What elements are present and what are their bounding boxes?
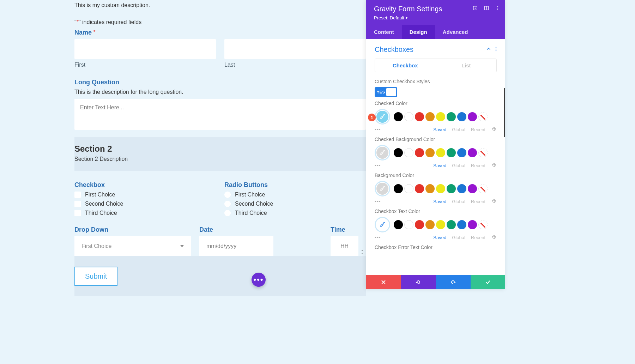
color-swatch-green[interactable]	[447, 220, 456, 229]
recent-tab[interactable]: Recent	[471, 127, 485, 132]
color-swatch-none[interactable]	[478, 220, 488, 229]
more-swatches-button[interactable]: •••	[375, 235, 381, 240]
color-swatch-red[interactable]	[415, 148, 424, 157]
date-input[interactable]: mm/dd/yyyy	[199, 236, 273, 256]
error-text-color-label: Checkbox Error Text Color	[375, 244, 497, 250]
redo-button[interactable]	[436, 275, 471, 289]
saved-tab[interactable]: Saved	[433, 163, 446, 168]
preset-selector[interactable]: Preset: Default▾	[374, 15, 497, 20]
cancel-button[interactable]	[366, 275, 401, 289]
tab-advanced[interactable]: Advanced	[435, 25, 476, 39]
color-swatch-orange[interactable]	[425, 184, 435, 193]
color-swatch-purple[interactable]	[468, 220, 477, 229]
eyedropper-icon	[380, 185, 385, 192]
more-swatches-button[interactable]: •••	[375, 199, 381, 204]
color-swatch-yellow[interactable]	[436, 184, 445, 193]
color-picker-button[interactable]: 1	[375, 109, 390, 125]
color-swatch-red[interactable]	[415, 112, 424, 121]
fullscreen-icon[interactable]	[473, 6, 478, 11]
radio-choice[interactable]: First Choice	[224, 192, 366, 198]
more-swatches-button[interactable]: •••	[375, 163, 381, 168]
submit-button[interactable]: Submit	[74, 267, 117, 286]
recent-tab[interactable]: Recent	[471, 235, 485, 240]
kebab-icon[interactable]	[495, 47, 497, 53]
color-swatch-none[interactable]	[478, 148, 488, 157]
recent-tab[interactable]: Recent	[471, 163, 485, 168]
color-swatch-green[interactable]	[447, 148, 456, 157]
color-swatch-red[interactable]	[415, 184, 424, 193]
global-tab[interactable]: Global	[452, 199, 465, 204]
color-swatch-green[interactable]	[447, 112, 456, 121]
color-picker-button[interactable]	[375, 145, 390, 160]
scrollbar-thumb[interactable]	[504, 88, 505, 137]
color-swatch-black[interactable]	[394, 112, 403, 121]
color-swatch-blue[interactable]	[457, 184, 466, 193]
last-name-input[interactable]	[224, 39, 366, 59]
gear-icon[interactable]	[491, 199, 496, 204]
dropdown-label: Drop Down	[74, 226, 191, 233]
eyedropper-icon	[380, 221, 385, 228]
undo-button[interactable]	[401, 275, 436, 289]
saved-tab[interactable]: Saved	[433, 127, 446, 132]
section-checkboxes-title[interactable]: Checkboxes	[375, 46, 413, 54]
color-swatch-blue[interactable]	[457, 112, 466, 121]
color-picker-button[interactable]	[375, 217, 390, 232]
collapse-icon[interactable]	[486, 47, 491, 53]
chevron-down-icon	[180, 245, 184, 247]
radio-choice[interactable]: Second Choice	[224, 201, 366, 207]
bg-color-label: Background Color	[375, 172, 497, 178]
color-swatch-yellow[interactable]	[436, 220, 445, 229]
first-name-input[interactable]	[74, 39, 216, 59]
color-swatch-green[interactable]	[447, 184, 456, 193]
custom-styles-toggle[interactable]: YES	[375, 87, 397, 97]
recent-tab[interactable]: Recent	[471, 199, 485, 204]
checkbox-choice[interactable]: First Choice	[74, 192, 216, 198]
gear-icon[interactable]	[491, 127, 496, 132]
saved-tab[interactable]: Saved	[433, 199, 446, 204]
long-question-desc: This is the description for the long que…	[74, 89, 366, 95]
save-button[interactable]	[471, 275, 506, 289]
color-swatch-blue[interactable]	[457, 220, 466, 229]
color-swatch-white[interactable]	[404, 148, 413, 157]
tab-design[interactable]: Design	[402, 25, 435, 39]
more-options-fab[interactable]: •••	[252, 273, 266, 287]
color-swatch-none[interactable]	[478, 184, 488, 193]
color-swatch-blue[interactable]	[457, 148, 466, 157]
checkbox-choice[interactable]: Second Choice	[74, 201, 216, 207]
global-tab[interactable]: Global	[452, 235, 465, 240]
subtab-list[interactable]: List	[436, 59, 497, 72]
global-tab[interactable]: Global	[452, 163, 465, 168]
dock-icon[interactable]	[484, 6, 489, 11]
gear-icon[interactable]	[491, 235, 496, 240]
subtab-checkbox[interactable]: Checkbox	[375, 59, 436, 72]
color-swatch-black[interactable]	[394, 184, 403, 193]
color-swatch-purple[interactable]	[468, 112, 477, 121]
color-swatch-red[interactable]	[415, 220, 424, 229]
global-tab[interactable]: Global	[452, 127, 465, 132]
color-swatch-black[interactable]	[394, 220, 403, 229]
color-swatch-white[interactable]	[404, 220, 413, 229]
time-hh-input[interactable]: HH	[331, 236, 358, 256]
saved-tab[interactable]: Saved	[433, 235, 446, 240]
color-swatch-orange[interactable]	[425, 148, 435, 157]
color-swatch-black[interactable]	[394, 148, 403, 157]
dropdown-select[interactable]: First Choice	[74, 236, 191, 256]
tab-content[interactable]: Content	[366, 25, 402, 39]
color-swatch-orange[interactable]	[425, 220, 435, 229]
checkbox-choice[interactable]: Third Choice	[74, 210, 216, 216]
color-swatch-white[interactable]	[404, 112, 413, 121]
form-description: This is my custom description.	[74, 2, 366, 8]
color-swatch-purple[interactable]	[468, 184, 477, 193]
gear-icon[interactable]	[491, 163, 496, 168]
color-swatch-yellow[interactable]	[436, 148, 445, 157]
color-swatch-purple[interactable]	[468, 148, 477, 157]
color-picker-button[interactable]	[375, 181, 390, 196]
more-swatches-button[interactable]: •••	[375, 127, 381, 132]
long-question-textarea[interactable]	[74, 99, 366, 130]
color-swatch-orange[interactable]	[425, 112, 435, 121]
radio-choice[interactable]: Third Choice	[224, 210, 366, 216]
color-swatch-yellow[interactable]	[436, 112, 445, 121]
color-swatch-none[interactable]	[478, 112, 488, 121]
color-swatch-white[interactable]	[404, 184, 413, 193]
kebab-icon[interactable]	[495, 6, 500, 11]
